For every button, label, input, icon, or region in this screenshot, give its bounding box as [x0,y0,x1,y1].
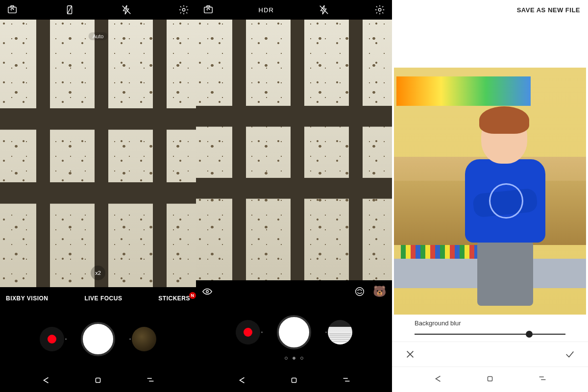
camera-viewfinder[interactable]: Auto x2 [0,20,196,287]
slider-handle[interactable] [526,331,533,338]
flash-off-icon[interactable] [121,4,132,15]
subject-figure [459,112,559,310]
mode-bixby-vision[interactable]: BIXBY VISION [6,295,48,302]
editor-action-bar [392,342,588,367]
background-blur-label: Background blur [415,319,565,327]
svg-rect-14 [488,376,492,381]
mode-stickers-label: STICKERS [158,295,190,302]
new-badge: N [189,292,196,299]
shutter-button[interactable] [277,315,311,349]
system-nav-bar [196,368,392,392]
close-icon[interactable] [405,349,416,360]
camera-app-panel-2: HDR 🐻 [196,0,392,392]
recents-icon[interactable] [341,375,352,386]
switch-camera-icon[interactable] [7,4,18,15]
mode-live-focus[interactable]: LIVE FOCUS [84,295,122,302]
svg-rect-6 [204,7,213,13]
eye-icon[interactable] [202,286,213,297]
record-video-button[interactable] [236,320,260,344]
svg-point-4 [182,8,185,11]
mode-stickers[interactable]: STICKERS N [158,295,190,302]
svg-line-2 [67,6,72,14]
gallery-thumbnail[interactable] [132,327,156,351]
filter-swirl-icon[interactable] [354,286,365,297]
editor-spacer [392,20,588,68]
shutter-row [0,310,196,368]
system-nav-bar [0,368,196,392]
back-icon[interactable] [236,375,247,386]
switch-camera-icon[interactable] [203,4,214,15]
recents-icon[interactable] [537,373,548,384]
recents-icon[interactable] [145,375,156,386]
camera-mode-row: BIXBY VISION LIVE FOCUS STICKERS N [0,287,196,310]
screen-flash-icon[interactable] [64,4,75,15]
home-icon[interactable] [485,373,495,384]
camera-top-bar: HDR [196,0,392,20]
home-icon[interactable] [289,375,299,386]
settings-icon[interactable] [178,4,189,15]
record-video-button[interactable] [40,327,64,351]
viewfinder-preview [0,20,196,287]
hdr-toggle[interactable]: HDR [259,6,274,14]
camera-top-bar [0,0,196,20]
background-blur-control: Background blur [392,315,588,342]
photo-editor-panel: SAVE AS NEW FILE Background blur [392,0,588,392]
camera-app-panel-1: Auto x2 BIXBY VISION LIVE FOCUS STICKERS… [0,0,196,392]
svg-point-8 [378,8,381,11]
flash-off-icon[interactable] [318,4,329,15]
settings-icon[interactable] [374,4,385,15]
selfie-tools-row: 🐻 [196,280,392,303]
system-nav-bar [392,367,588,391]
editor-header: SAVE AS NEW FILE [392,0,588,20]
svg-point-9 [206,291,209,293]
home-icon[interactable] [93,375,103,386]
viewfinder-preview [196,20,392,280]
shutter-row [196,303,392,362]
background-blur-slider[interactable] [415,330,565,339]
zoom-toggle[interactable]: x2 [91,266,105,280]
save-as-new-file-button[interactable]: SAVE AS NEW FILE [517,6,580,14]
svg-rect-0 [8,7,17,13]
camera-viewfinder[interactable] [196,20,392,280]
editor-image-preview[interactable] [394,68,586,315]
shutter-button[interactable] [81,322,115,356]
back-icon[interactable] [432,373,443,384]
check-icon[interactable] [564,349,575,360]
scene-mode-label: Auto [89,32,108,40]
svg-rect-5 [96,378,100,382]
back-icon[interactable] [40,375,51,386]
gallery-thumbnail[interactable] [328,320,352,344]
svg-point-10 [355,288,364,296]
ar-mask-icon[interactable]: 🐻 [373,286,387,297]
svg-rect-11 [292,378,296,382]
